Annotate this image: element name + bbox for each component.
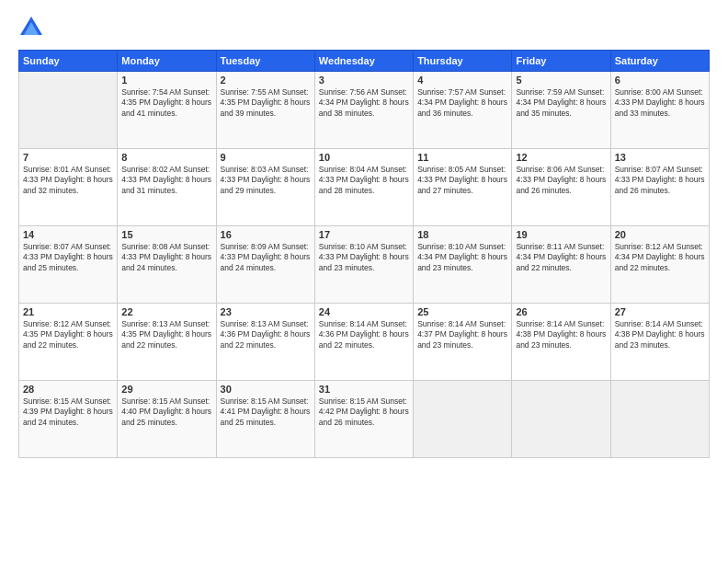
day-number: 20	[615, 229, 705, 240]
calendar-cell: 11Sunrise: 8:05 AM Sunset: 4:33 PM Dayli…	[414, 149, 512, 226]
calendar-cell: 5Sunrise: 7:59 AM Sunset: 4:34 PM Daylig…	[512, 72, 610, 149]
calendar-cell: 4Sunrise: 7:57 AM Sunset: 4:34 PM Daylig…	[414, 72, 512, 149]
day-number: 1	[121, 75, 211, 86]
calendar-cell: 15Sunrise: 8:08 AM Sunset: 4:33 PM Dayli…	[118, 226, 216, 304]
logo-icon	[18, 15, 44, 40]
cell-content: Sunrise: 8:12 AM Sunset: 4:34 PM Dayligh…	[615, 242, 705, 273]
calendar-cell: 31Sunrise: 8:15 AM Sunset: 4:42 PM Dayli…	[314, 381, 413, 458]
cell-content: Sunrise: 7:57 AM Sunset: 4:34 PM Dayligh…	[417, 87, 507, 119]
header-cell-sunday: Sunday	[19, 51, 118, 72]
day-number: 4	[417, 75, 507, 86]
calendar-cell: 17Sunrise: 8:10 AM Sunset: 4:33 PM Dayli…	[314, 226, 413, 304]
cell-content: Sunrise: 8:03 AM Sunset: 4:33 PM Dayligh…	[221, 165, 311, 196]
week-row-3: 21Sunrise: 8:12 AM Sunset: 4:35 PM Dayli…	[19, 304, 710, 381]
cell-content: Sunrise: 8:15 AM Sunset: 4:39 PM Dayligh…	[23, 396, 113, 428]
day-number: 21	[23, 306, 113, 317]
calendar-cell: 21Sunrise: 8:12 AM Sunset: 4:35 PM Dayli…	[19, 304, 118, 381]
cell-content: Sunrise: 8:15 AM Sunset: 4:40 PM Dayligh…	[121, 396, 211, 428]
week-row-1: 7Sunrise: 8:01 AM Sunset: 4:33 PM Daylig…	[19, 149, 710, 226]
calendar-cell: 23Sunrise: 8:13 AM Sunset: 4:36 PM Dayli…	[216, 304, 314, 381]
day-number: 18	[417, 229, 507, 240]
header	[18, 15, 710, 40]
day-number: 30	[221, 384, 311, 395]
day-number: 24	[319, 306, 409, 317]
cell-content: Sunrise: 8:06 AM Sunset: 4:33 PM Dayligh…	[516, 165, 606, 196]
cell-content: Sunrise: 7:55 AM Sunset: 4:35 PM Dayligh…	[221, 87, 311, 119]
cell-content: Sunrise: 8:01 AM Sunset: 4:33 PM Dayligh…	[23, 165, 113, 196]
header-cell-friday: Friday	[512, 51, 610, 72]
calendar-cell: 27Sunrise: 8:14 AM Sunset: 4:38 PM Dayli…	[610, 304, 709, 381]
header-cell-thursday: Thursday	[414, 51, 512, 72]
cell-content: Sunrise: 7:56 AM Sunset: 4:34 PM Dayligh…	[319, 87, 409, 119]
week-row-0: 1Sunrise: 7:54 AM Sunset: 4:35 PM Daylig…	[19, 72, 710, 149]
cell-content: Sunrise: 8:05 AM Sunset: 4:33 PM Dayligh…	[417, 165, 507, 196]
calendar-cell	[414, 381, 512, 458]
cell-content: Sunrise: 8:12 AM Sunset: 4:35 PM Dayligh…	[23, 319, 113, 350]
calendar-cell: 13Sunrise: 8:07 AM Sunset: 4:33 PM Dayli…	[610, 149, 709, 226]
header-row: SundayMondayTuesdayWednesdayThursdayFrid…	[19, 51, 710, 72]
calendar-cell: 1Sunrise: 7:54 AM Sunset: 4:35 PM Daylig…	[118, 72, 216, 149]
cell-content: Sunrise: 7:59 AM Sunset: 4:34 PM Dayligh…	[516, 87, 606, 119]
cell-content: Sunrise: 8:15 AM Sunset: 4:41 PM Dayligh…	[221, 396, 311, 428]
cell-content: Sunrise: 8:13 AM Sunset: 4:35 PM Dayligh…	[121, 319, 211, 350]
calendar-cell: 10Sunrise: 8:04 AM Sunset: 4:33 PM Dayli…	[314, 149, 413, 226]
calendar-page: SundayMondayTuesdayWednesdayThursdayFrid…	[0, 0, 728, 563]
day-number: 19	[516, 229, 606, 240]
calendar-cell	[610, 381, 709, 458]
calendar-cell: 18Sunrise: 8:10 AM Sunset: 4:34 PM Dayli…	[414, 226, 512, 304]
header-cell-saturday: Saturday	[610, 51, 709, 72]
calendar-cell	[19, 72, 118, 149]
day-number: 17	[319, 229, 409, 240]
day-number: 3	[319, 75, 409, 86]
day-number: 25	[417, 306, 507, 317]
calendar-cell: 8Sunrise: 8:02 AM Sunset: 4:33 PM Daylig…	[118, 149, 216, 226]
week-row-2: 14Sunrise: 8:07 AM Sunset: 4:33 PM Dayli…	[19, 226, 710, 304]
calendar-cell: 14Sunrise: 8:07 AM Sunset: 4:33 PM Dayli…	[19, 226, 118, 304]
cell-content: Sunrise: 8:00 AM Sunset: 4:33 PM Dayligh…	[615, 87, 705, 119]
day-number: 2	[221, 75, 311, 86]
cell-content: Sunrise: 8:07 AM Sunset: 4:33 PM Dayligh…	[615, 165, 705, 196]
day-number: 22	[121, 306, 211, 317]
cell-content: Sunrise: 8:02 AM Sunset: 4:33 PM Dayligh…	[121, 165, 211, 196]
cell-content: Sunrise: 8:09 AM Sunset: 4:33 PM Dayligh…	[221, 242, 311, 273]
day-number: 11	[417, 152, 507, 163]
cell-content: Sunrise: 8:07 AM Sunset: 4:33 PM Dayligh…	[23, 242, 113, 273]
cell-content: Sunrise: 8:14 AM Sunset: 4:38 PM Dayligh…	[615, 319, 705, 350]
calendar-cell: 30Sunrise: 8:15 AM Sunset: 4:41 PM Dayli…	[216, 381, 314, 458]
cell-content: Sunrise: 8:08 AM Sunset: 4:33 PM Dayligh…	[121, 242, 211, 273]
cell-content: Sunrise: 8:14 AM Sunset: 4:37 PM Dayligh…	[417, 319, 507, 350]
cell-content: Sunrise: 8:10 AM Sunset: 4:33 PM Dayligh…	[319, 242, 409, 273]
day-number: 8	[121, 152, 211, 163]
header-cell-monday: Monday	[118, 51, 216, 72]
cell-content: Sunrise: 8:13 AM Sunset: 4:36 PM Dayligh…	[221, 319, 311, 350]
day-number: 14	[23, 229, 113, 240]
calendar-cell	[512, 381, 610, 458]
calendar-cell: 7Sunrise: 8:01 AM Sunset: 4:33 PM Daylig…	[19, 149, 118, 226]
calendar-cell: 12Sunrise: 8:06 AM Sunset: 4:33 PM Dayli…	[512, 149, 610, 226]
day-number: 16	[221, 229, 311, 240]
cell-content: Sunrise: 7:54 AM Sunset: 4:35 PM Dayligh…	[121, 87, 211, 119]
logo	[18, 15, 48, 40]
day-number: 9	[221, 152, 311, 163]
calendar-cell: 16Sunrise: 8:09 AM Sunset: 4:33 PM Dayli…	[216, 226, 314, 304]
calendar-cell: 26Sunrise: 8:14 AM Sunset: 4:38 PM Dayli…	[512, 304, 610, 381]
cell-content: Sunrise: 8:04 AM Sunset: 4:33 PM Dayligh…	[319, 165, 409, 196]
calendar-cell: 25Sunrise: 8:14 AM Sunset: 4:37 PM Dayli…	[414, 304, 512, 381]
day-number: 13	[615, 152, 705, 163]
calendar-cell: 2Sunrise: 7:55 AM Sunset: 4:35 PM Daylig…	[216, 72, 314, 149]
header-cell-wednesday: Wednesday	[314, 51, 413, 72]
calendar-cell: 20Sunrise: 8:12 AM Sunset: 4:34 PM Dayli…	[610, 226, 709, 304]
day-number: 23	[221, 306, 311, 317]
calendar-table: SundayMondayTuesdayWednesdayThursdayFrid…	[18, 50, 710, 458]
day-number: 28	[23, 384, 113, 395]
calendar-cell: 19Sunrise: 8:11 AM Sunset: 4:34 PM Dayli…	[512, 226, 610, 304]
cell-content: Sunrise: 8:11 AM Sunset: 4:34 PM Dayligh…	[516, 242, 606, 273]
calendar-cell: 22Sunrise: 8:13 AM Sunset: 4:35 PM Dayli…	[118, 304, 216, 381]
cell-content: Sunrise: 8:14 AM Sunset: 4:36 PM Dayligh…	[319, 319, 409, 350]
calendar-cell: 28Sunrise: 8:15 AM Sunset: 4:39 PM Dayli…	[19, 381, 118, 458]
calendar-cell: 24Sunrise: 8:14 AM Sunset: 4:36 PM Dayli…	[314, 304, 413, 381]
day-number: 10	[319, 152, 409, 163]
day-number: 15	[121, 229, 211, 240]
calendar-cell: 3Sunrise: 7:56 AM Sunset: 4:34 PM Daylig…	[314, 72, 413, 149]
day-number: 6	[615, 75, 705, 86]
